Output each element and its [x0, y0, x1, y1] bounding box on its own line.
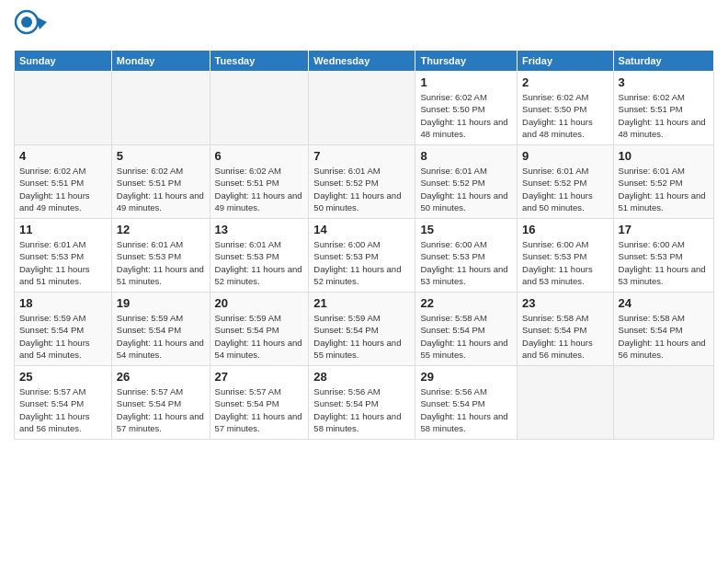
- day-number: 5: [117, 149, 205, 163]
- cell-info: Sunrise: 5:57 AM Sunset: 5:54 PM Dayligh…: [19, 385, 107, 434]
- sunset-text: Sunset: 5:52 PM: [420, 177, 512, 189]
- daylight-text: Daylight: 11 hours and 52 minutes.: [215, 263, 304, 288]
- calendar-cell: 24 Sunrise: 5:58 AM Sunset: 5:54 PM Dayl…: [613, 293, 713, 366]
- sunset-text: Sunset: 5:51 PM: [19, 177, 107, 189]
- cell-info: Sunrise: 5:59 AM Sunset: 5:54 PM Dayligh…: [117, 312, 205, 361]
- daylight-text: Daylight: 11 hours and 49 minutes.: [215, 190, 304, 214]
- cell-info: Sunrise: 6:01 AM Sunset: 5:52 PM Dayligh…: [313, 165, 410, 213]
- cell-info: Sunrise: 5:59 AM Sunset: 5:54 PM Dayligh…: [215, 312, 304, 361]
- calendar-week-row: 25 Sunrise: 5:57 AM Sunset: 5:54 PM Dayl…: [15, 366, 714, 440]
- day-number: 21: [313, 296, 410, 310]
- daylight-text: Daylight: 11 hours and 56 minutes.: [19, 410, 107, 435]
- calendar-cell: [613, 366, 713, 440]
- sunset-text: Sunset: 5:54 PM: [619, 324, 709, 336]
- sunrise-text: Sunrise: 6:02 AM: [522, 91, 608, 103]
- sunrise-text: Sunrise: 6:02 AM: [619, 91, 709, 103]
- cell-info: Sunrise: 6:00 AM Sunset: 5:53 PM Dayligh…: [313, 238, 410, 287]
- sunrise-text: Sunrise: 6:02 AM: [215, 165, 304, 177]
- cell-info: Sunrise: 5:56 AM Sunset: 5:54 PM Dayligh…: [420, 385, 512, 434]
- calendar-cell: 14 Sunrise: 6:00 AM Sunset: 5:53 PM Dayl…: [309, 219, 415, 293]
- cell-info: Sunrise: 5:56 AM Sunset: 5:54 PM Dayligh…: [313, 385, 410, 434]
- sunrise-text: Sunrise: 6:00 AM: [313, 238, 410, 250]
- sunrise-text: Sunrise: 6:01 AM: [19, 238, 107, 250]
- sunset-text: Sunset: 5:51 PM: [619, 103, 709, 115]
- sunrise-text: Sunrise: 5:59 AM: [215, 312, 304, 324]
- calendar-cell: 2 Sunrise: 6:02 AM Sunset: 5:50 PM Dayli…: [518, 72, 613, 145]
- calendar-cell: 25 Sunrise: 5:57 AM Sunset: 5:54 PM Dayl…: [15, 366, 112, 440]
- calendar-cell: [15, 72, 112, 145]
- sunset-text: Sunset: 5:52 PM: [522, 177, 608, 189]
- day-number: 6: [215, 149, 304, 163]
- daylight-text: Daylight: 11 hours and 52 minutes.: [313, 263, 410, 288]
- calendar-cell: 12 Sunrise: 6:01 AM Sunset: 5:53 PM Dayl…: [111, 219, 210, 293]
- calendar-cell: 4 Sunrise: 6:02 AM Sunset: 5:51 PM Dayli…: [15, 145, 112, 219]
- calendar-header-row: SundayMondayTuesdayWednesdayThursdayFrid…: [15, 51, 714, 72]
- cell-info: Sunrise: 5:59 AM Sunset: 5:54 PM Dayligh…: [19, 312, 107, 361]
- daylight-text: Daylight: 11 hours and 48 minutes.: [522, 116, 608, 141]
- day-number: 7: [313, 149, 410, 163]
- sunrise-text: Sunrise: 6:02 AM: [117, 165, 205, 177]
- day-number: 25: [19, 370, 107, 384]
- cell-info: Sunrise: 5:57 AM Sunset: 5:54 PM Dayligh…: [117, 385, 205, 434]
- sunrise-text: Sunrise: 5:58 AM: [420, 312, 512, 324]
- daylight-text: Daylight: 11 hours and 57 minutes.: [215, 410, 304, 435]
- sunset-text: Sunset: 5:54 PM: [522, 324, 608, 336]
- sunset-text: Sunset: 5:53 PM: [19, 250, 107, 262]
- sunrise-text: Sunrise: 6:01 AM: [420, 165, 512, 177]
- day-of-week-header: Friday: [518, 51, 613, 72]
- sunset-text: Sunset: 5:54 PM: [215, 324, 304, 336]
- sunset-text: Sunset: 5:52 PM: [619, 177, 709, 189]
- sunrise-text: Sunrise: 5:59 AM: [117, 312, 205, 324]
- calendar-cell: [518, 366, 613, 440]
- daylight-text: Daylight: 11 hours and 56 minutes.: [619, 337, 709, 362]
- sunrise-text: Sunrise: 6:00 AM: [619, 238, 709, 250]
- day-number: 4: [19, 149, 107, 163]
- day-number: 12: [117, 223, 205, 236]
- cell-info: Sunrise: 6:01 AM Sunset: 5:53 PM Dayligh…: [117, 238, 205, 287]
- sunrise-text: Sunrise: 5:59 AM: [19, 312, 107, 324]
- calendar-cell: 28 Sunrise: 5:56 AM Sunset: 5:54 PM Dayl…: [309, 366, 415, 440]
- sunrise-text: Sunrise: 6:02 AM: [19, 165, 107, 177]
- day-number: 8: [420, 149, 512, 163]
- daylight-text: Daylight: 11 hours and 55 minutes.: [313, 337, 410, 362]
- calendar-cell: 15 Sunrise: 6:00 AM Sunset: 5:53 PM Dayl…: [415, 219, 518, 293]
- cell-info: Sunrise: 6:01 AM Sunset: 5:52 PM Dayligh…: [619, 165, 709, 213]
- cell-info: Sunrise: 6:02 AM Sunset: 5:51 PM Dayligh…: [619, 91, 709, 140]
- daylight-text: Daylight: 11 hours and 48 minutes.: [420, 116, 512, 141]
- day-of-week-header: Sunday: [15, 51, 112, 72]
- calendar-cell: [111, 72, 210, 145]
- daylight-text: Daylight: 11 hours and 50 minutes.: [313, 190, 410, 214]
- day-number: 18: [19, 296, 107, 310]
- day-number: 14: [313, 223, 410, 236]
- sunset-text: Sunset: 5:51 PM: [215, 177, 304, 189]
- calendar-cell: [210, 72, 309, 145]
- daylight-text: Daylight: 11 hours and 55 minutes.: [420, 337, 512, 362]
- cell-info: Sunrise: 6:02 AM Sunset: 5:51 PM Dayligh…: [215, 165, 304, 213]
- day-of-week-header: Thursday: [415, 51, 518, 72]
- day-number: 28: [313, 370, 410, 384]
- daylight-text: Daylight: 11 hours and 50 minutes.: [420, 190, 512, 214]
- sunrise-text: Sunrise: 5:57 AM: [117, 385, 205, 397]
- day-of-week-header: Wednesday: [309, 51, 415, 72]
- daylight-text: Daylight: 11 hours and 54 minutes.: [19, 337, 107, 362]
- calendar-cell: 26 Sunrise: 5:57 AM Sunset: 5:54 PM Dayl…: [111, 366, 210, 440]
- logo-icon: [14, 9, 47, 42]
- calendar-cell: 11 Sunrise: 6:01 AM Sunset: 5:53 PM Dayl…: [15, 219, 112, 293]
- sunset-text: Sunset: 5:53 PM: [619, 250, 709, 262]
- day-number: 2: [522, 75, 608, 89]
- cell-info: Sunrise: 6:00 AM Sunset: 5:53 PM Dayligh…: [619, 238, 709, 287]
- day-number: 11: [19, 223, 107, 236]
- calendar-cell: 3 Sunrise: 6:02 AM Sunset: 5:51 PM Dayli…: [613, 72, 713, 145]
- day-of-week-header: Tuesday: [210, 51, 309, 72]
- calendar-cell: 20 Sunrise: 5:59 AM Sunset: 5:54 PM Dayl…: [210, 293, 309, 366]
- day-number: 17: [619, 223, 709, 236]
- calendar-cell: [309, 72, 415, 145]
- calendar-cell: 6 Sunrise: 6:02 AM Sunset: 5:51 PM Dayli…: [210, 145, 309, 219]
- sunset-text: Sunset: 5:53 PM: [215, 250, 304, 262]
- sunset-text: Sunset: 5:50 PM: [420, 103, 512, 115]
- sunrise-text: Sunrise: 5:57 AM: [19, 385, 107, 397]
- daylight-text: Daylight: 11 hours and 53 minutes.: [522, 263, 608, 288]
- calendar-body: 1 Sunrise: 6:02 AM Sunset: 5:50 PM Dayli…: [15, 72, 714, 440]
- sunset-text: Sunset: 5:53 PM: [420, 250, 512, 262]
- calendar-cell: 8 Sunrise: 6:01 AM Sunset: 5:52 PM Dayli…: [415, 145, 518, 219]
